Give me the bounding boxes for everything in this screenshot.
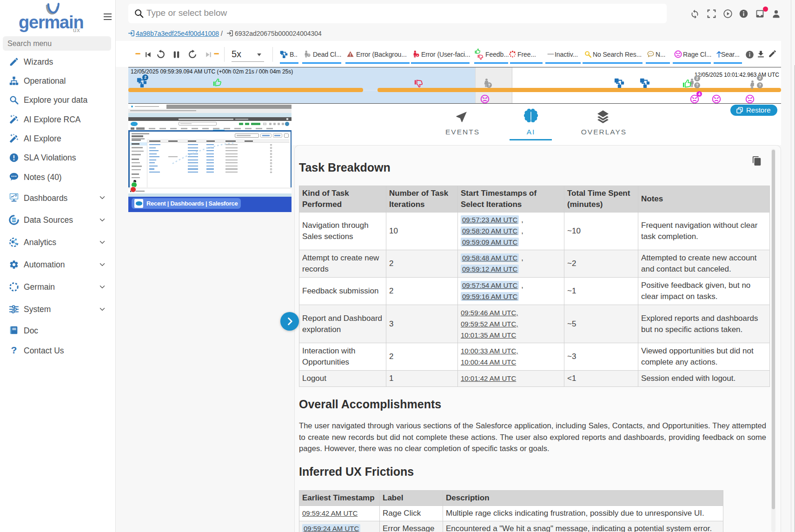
svg-text:?: ? [11,346,17,355]
svg-text:?: ? [308,54,309,57]
svg-text:x: x [417,54,418,57]
